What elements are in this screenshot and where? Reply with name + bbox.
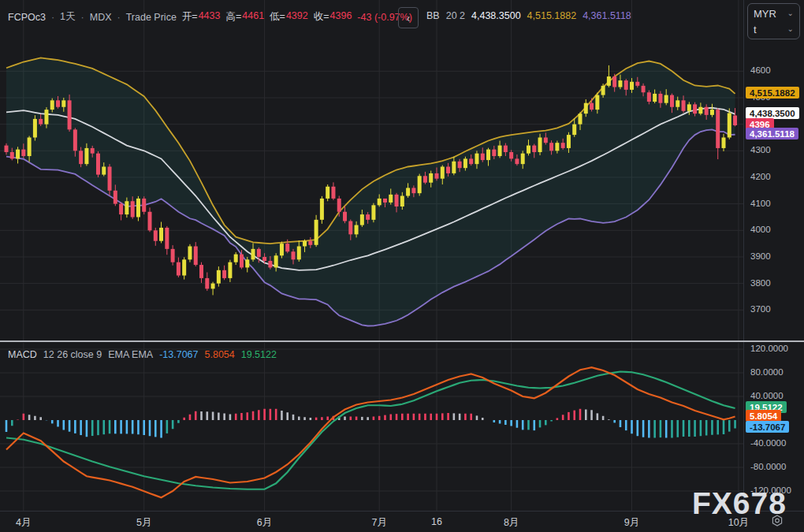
axis-price-badge: 4,438.3500: [746, 107, 799, 119]
legend-separator: ·: [81, 12, 84, 23]
bb-basis-value: 4,438.3500: [471, 10, 521, 21]
axis-tick-label: 4000: [750, 225, 771, 234]
open-value: 开=4433: [182, 10, 221, 24]
axis-tick-label: 80.0000: [750, 367, 784, 377]
macd-hist-value: -13.7067: [159, 349, 198, 360]
pane-divider[interactable]: [0, 340, 804, 342]
currency-value: MYR: [754, 8, 776, 20]
chevron-left-icon: ‹: [407, 12, 411, 24]
time-scale-axis[interactable]: 4月5月6月7月168月9月10月: [0, 512, 744, 532]
macd-indicator-legend: MACD 12 26 close 9 EMA EMA -13.7067 5.80…: [8, 349, 277, 360]
unit-value: t: [754, 24, 757, 35]
legend-collapse-button[interactable]: ‹: [398, 7, 419, 28]
low-value: 低=4392: [270, 10, 308, 24]
bb-indicator-legend: BB 20 2 4,438.3500 4,515.1882 4,361.5118: [426, 10, 631, 21]
price-scale-axis[interactable]: 4600450044004300420041004000390038003700…: [744, 0, 804, 511]
axis-tick-label: 4200: [750, 172, 771, 181]
axis-price-badge: 4,515.1882: [746, 87, 799, 99]
axis-tick-label: 120.0000: [750, 344, 788, 353]
axis-unit-selector: MYR ⌄ t ⌄: [747, 3, 800, 39]
axis-price-badge: 5.8054: [746, 410, 781, 422]
axis-tick-label: -80.0000: [750, 462, 786, 471]
time-axis-label: 5月: [136, 516, 151, 530]
gear-icon: [770, 514, 784, 528]
bb-name: BB: [426, 10, 440, 21]
exchange-label: MDX: [90, 12, 112, 23]
series-type-label: Trade Price: [126, 12, 177, 23]
time-axis-label: 4月: [16, 516, 31, 530]
axis-tick-label: 3900: [750, 251, 771, 261]
time-axis-label: 9月: [624, 516, 639, 530]
close-value: 收=4396: [314, 10, 352, 24]
macd-pane-chart[interactable]: [0, 343, 744, 511]
bb-lower-value: 4,361.5118: [583, 10, 631, 21]
symbol-legend: FCPOc3 · 1天 · MDX · Trade Price 开=4433 高…: [8, 10, 412, 24]
axis-tick-label: 4100: [750, 199, 771, 208]
axis-tick-label: -40.0000: [750, 438, 786, 448]
axis-tick-label: 3800: [750, 278, 771, 288]
time-axis-label: 16: [431, 516, 442, 527]
axis-tick-label: 4600: [750, 65, 771, 75]
axis-price-badge: -13.7067: [746, 421, 789, 433]
axis-tick-label: 3700: [750, 304, 771, 314]
axis-tick-label: 40.0000: [750, 391, 784, 400]
bb-upper-value: 4,515.1882: [527, 10, 577, 21]
currency-dropdown[interactable]: MYR ⌄: [748, 6, 799, 21]
time-axis-label: 7月: [371, 516, 386, 530]
scale-settings-button[interactable]: [769, 513, 786, 529]
trading-chart-app: FX678 FCPOc3 · 1天 · MDX · Trade Price 开=…: [0, 0, 804, 532]
axis-tick-label: -120.0000: [750, 485, 791, 495]
axis-price-badge: 4,361.5118: [746, 128, 798, 140]
high-value: 高=4461: [225, 10, 264, 24]
macd-params: 12 26 close 9: [43, 349, 102, 360]
macd-signal-value: 19.5122: [241, 349, 277, 360]
price-pane-chart[interactable]: [0, 0, 744, 341]
time-axis-label: 10月: [728, 516, 749, 530]
macd-histogram: [6, 409, 735, 438]
macd-ema-label: EMA EMA: [108, 349, 153, 360]
legend-separator: ·: [51, 12, 54, 23]
macd-line-value: 5.8054: [205, 349, 235, 360]
time-axis-label: 6月: [257, 516, 272, 530]
chevron-down-icon: ⌄: [787, 9, 794, 17]
unit-dropdown[interactable]: t ⌄: [748, 21, 799, 37]
axis-tick-label: 4300: [750, 145, 771, 154]
bb-params: 20 2: [446, 10, 465, 21]
time-axis-label: 8月: [504, 516, 519, 530]
chevron-down-icon: ⌄: [787, 25, 794, 33]
legend-separator: ·: [117, 12, 121, 23]
symbol-name: FCPOc3: [8, 12, 46, 23]
macd-name: MACD: [8, 349, 37, 360]
interval-label: 1天: [60, 10, 75, 24]
